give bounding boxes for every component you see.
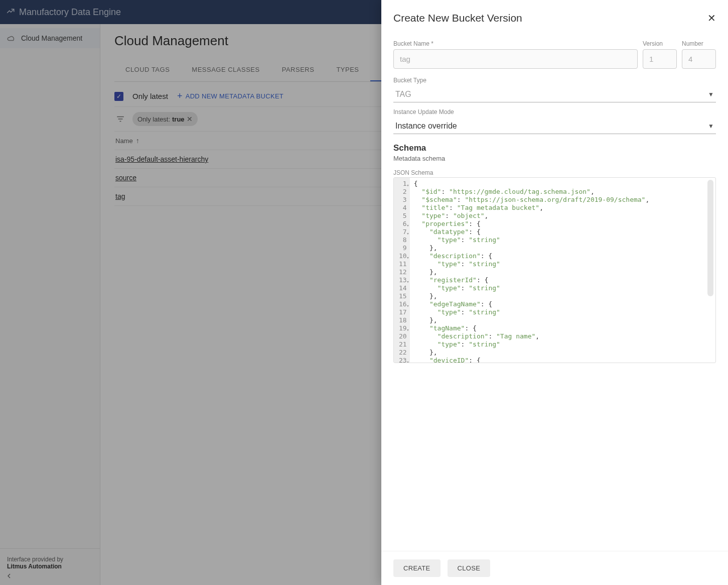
version-label: Version <box>643 40 677 47</box>
drawer-title: Create New Bucket Version <box>393 12 522 24</box>
bucket-name-label: Bucket Name * <box>393 40 638 47</box>
chevron-down-icon: ▼ <box>708 123 714 130</box>
schema-subtitle: Metadata schema <box>393 155 716 162</box>
schema-field-label: JSON Schema <box>393 169 716 176</box>
editor-gutter: 1▾23456▾7▾8910▾111213▾141516▾171819▾2021… <box>394 178 410 363</box>
number-input[interactable] <box>682 49 716 69</box>
version-input[interactable] <box>643 49 677 69</box>
bucket-type-value: TAG <box>395 90 411 99</box>
create-button[interactable]: CREATE <box>393 559 441 577</box>
instance-mode-label: Instance Update Mode <box>393 108 716 115</box>
chevron-down-icon: ▼ <box>708 91 714 98</box>
instance-mode-select[interactable]: Instance override ▼ <box>393 118 716 134</box>
editor-scrollbar[interactable] <box>707 180 713 296</box>
editor-code[interactable]: { "$id": "https://gmde.cloud/tag.schema.… <box>410 178 715 363</box>
json-schema-editor[interactable]: 1▾23456▾7▾8910▾111213▾141516▾171819▾2021… <box>393 177 716 363</box>
bucket-name-input[interactable] <box>393 49 638 69</box>
drawer-close-button[interactable]: ✕ <box>707 12 716 24</box>
bucket-type-label: Bucket Type <box>393 77 716 84</box>
number-label: Number <box>682 40 716 47</box>
create-bucket-drawer: Create New Bucket Version ✕ Bucket Name … <box>381 0 728 585</box>
bucket-type-select[interactable]: TAG ▼ <box>393 86 716 102</box>
schema-title: Schema <box>393 143 716 153</box>
instance-mode-value: Instance override <box>395 122 457 131</box>
close-button[interactable]: CLOSE <box>448 559 491 577</box>
